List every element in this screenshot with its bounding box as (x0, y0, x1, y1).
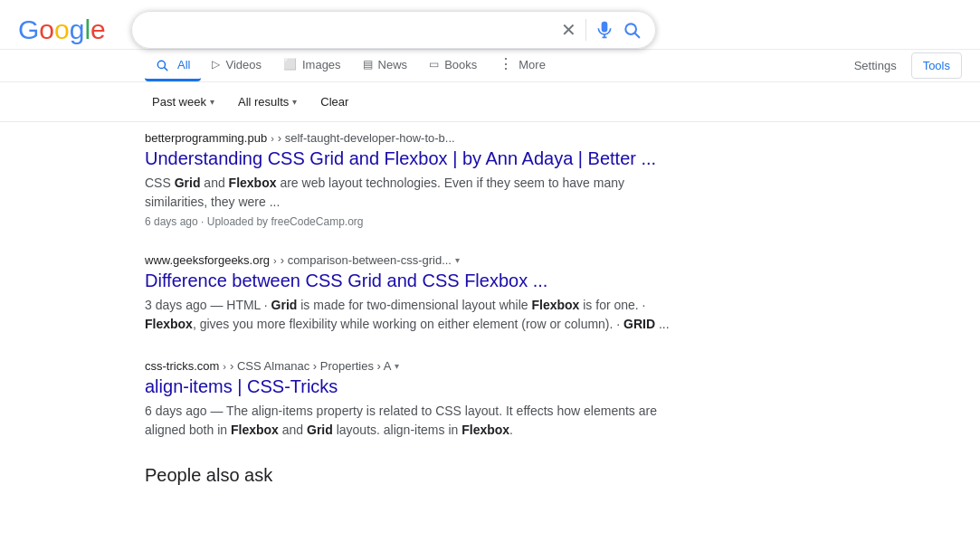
url-arrow: › (273, 255, 277, 266)
tab-books[interactable]: ▭ Books (418, 51, 488, 81)
results-filter-label: All results (238, 95, 289, 109)
tab-all[interactable]: All (145, 50, 201, 81)
search-tab-icon (156, 57, 172, 71)
people-also-ask-heading: People also ask (145, 465, 688, 486)
result-title[interactable]: Understanding CSS Grid and Flexbox | by … (145, 147, 688, 170)
result-url: www.geeksforgeeks.org › › comparison-bet… (145, 253, 688, 267)
filter-bar: Past week ▾ All results ▾ Clear (0, 82, 980, 122)
tab-more-label: More (519, 58, 546, 71)
tools-button[interactable]: Tools (911, 52, 962, 79)
result-title[interactable]: Difference between CSS Grid and CSS Flex… (145, 269, 688, 292)
logo-l: l (84, 14, 90, 45)
tab-news[interactable]: ▤ News (352, 51, 419, 81)
result-item: betterprogramming.pub › › self-taught-de… (145, 131, 688, 228)
url-arrow: › (271, 133, 274, 144)
voice-search-button[interactable] (595, 21, 614, 39)
result-domain: betterprogramming.pub (145, 131, 267, 145)
logo-g: G (18, 14, 39, 45)
result-meta: 6 days ago · Uploaded by freeCodeCamp.or… (145, 215, 688, 228)
images-tab-icon: ⬜ (283, 58, 297, 71)
url-dropdown-arrow[interactable]: ▾ (455, 255, 460, 265)
logo-g2: g (70, 14, 85, 45)
news-tab-icon: ▤ (363, 58, 373, 71)
result-description: 3 days ago — HTML · Grid is made for two… (145, 296, 688, 334)
result-item: www.geeksforgeeks.org › › comparison-bet… (145, 253, 688, 334)
svg-line-1 (635, 33, 640, 38)
time-filter-chevron: ▾ (210, 97, 214, 107)
tab-images-label: Images (302, 58, 341, 71)
logo-o1: o (39, 14, 54, 45)
divider (585, 19, 586, 41)
search-submit-button[interactable] (623, 21, 641, 39)
results-filter-chevron: ▾ (292, 97, 297, 107)
video-tab-icon: ▷ (212, 58, 220, 71)
books-tab-icon: ▭ (429, 58, 439, 71)
people-also-ask-section: People also ask (145, 465, 688, 486)
more-tab-icon: ⋮ (499, 57, 513, 71)
url-dropdown-arrow[interactable]: ▾ (395, 361, 399, 371)
tab-news-label: News (378, 58, 408, 71)
result-description: CSS Grid and Flexbox are web layout tech… (145, 174, 688, 212)
tab-all-label: All (177, 58, 190, 71)
clear-search-button[interactable]: ✕ (561, 19, 576, 41)
tab-images[interactable]: ⬜ Images (272, 51, 352, 81)
search-bar: flexbox+grid ✕ (131, 11, 656, 49)
result-path: › CSS Almanac › Properties › A (230, 359, 391, 373)
search-input[interactable]: flexbox+grid (147, 22, 552, 38)
logo-o2: o (54, 14, 70, 45)
result-url: betterprogramming.pub › › self-taught-de… (145, 131, 688, 145)
header: Google flexbox+grid ✕ (0, 0, 980, 50)
search-results: betterprogramming.pub › › self-taught-de… (0, 122, 688, 486)
nav-tabs-container: All ▷ Videos ⬜ Images ▤ News ▭ Books ⋮ M… (0, 50, 980, 82)
search-actions: ✕ (561, 19, 641, 41)
result-domain: css-tricks.com (145, 359, 219, 373)
clear-filters-button[interactable]: Clear (313, 91, 356, 112)
result-url: css-tricks.com › › CSS Almanac › Propert… (145, 359, 688, 373)
time-filter-label: Past week (152, 95, 206, 109)
time-filter-button[interactable]: Past week ▾ (145, 91, 222, 112)
logo-e: e (90, 14, 106, 45)
settings-button[interactable]: Settings (847, 52, 904, 80)
svg-line-3 (165, 67, 167, 70)
url-arrow: › (223, 361, 226, 372)
tab-videos[interactable]: ▷ Videos (201, 51, 272, 81)
result-item: css-tricks.com › › CSS Almanac › Propert… (145, 359, 688, 440)
result-domain: www.geeksforgeeks.org (145, 253, 270, 267)
result-title[interactable]: align-items | CSS-Tricks (145, 375, 688, 398)
result-path: › self-taught-developer-how-to-b... (278, 131, 455, 145)
tab-videos-label: Videos (225, 58, 262, 71)
result-description: 6 days ago — The align-items property is… (145, 402, 688, 440)
tab-books-label: Books (444, 58, 477, 71)
tab-more[interactable]: ⋮ More (488, 50, 557, 81)
result-path: › comparison-between-css-grid... (281, 253, 452, 267)
results-filter-button[interactable]: All results ▾ (231, 91, 304, 112)
google-logo[interactable]: Google (18, 14, 106, 45)
